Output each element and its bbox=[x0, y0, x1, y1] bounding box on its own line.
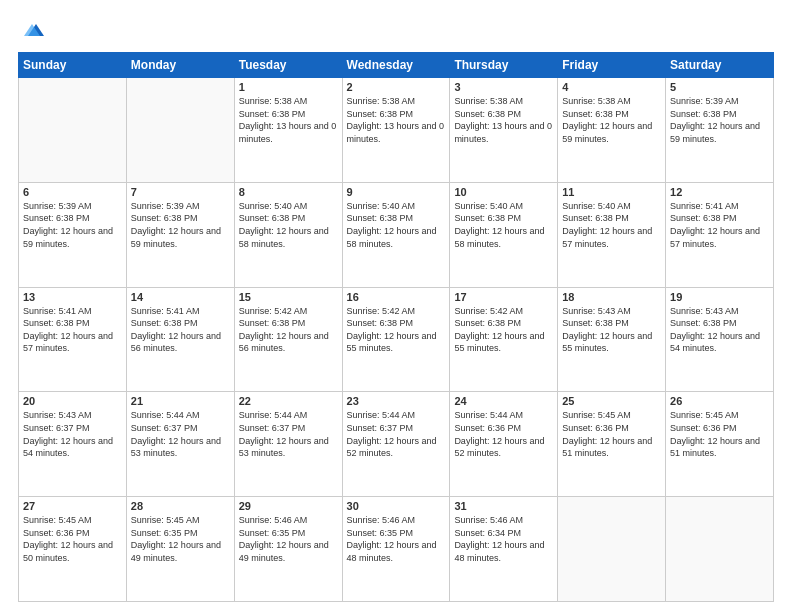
calendar-cell: 26Sunrise: 5:45 AMSunset: 6:36 PMDayligh… bbox=[666, 392, 774, 497]
calendar-week-row: 13Sunrise: 5:41 AMSunset: 6:38 PMDayligh… bbox=[19, 287, 774, 392]
day-info: Sunrise: 5:41 AMSunset: 6:38 PMDaylight:… bbox=[131, 305, 230, 355]
day-info: Sunrise: 5:45 AMSunset: 6:35 PMDaylight:… bbox=[131, 514, 230, 564]
day-info: Sunrise: 5:38 AMSunset: 6:38 PMDaylight:… bbox=[239, 95, 338, 145]
calendar-cell: 13Sunrise: 5:41 AMSunset: 6:38 PMDayligh… bbox=[19, 287, 127, 392]
calendar-cell: 9Sunrise: 5:40 AMSunset: 6:38 PMDaylight… bbox=[342, 182, 450, 287]
day-number: 27 bbox=[23, 500, 122, 512]
day-number: 6 bbox=[23, 186, 122, 198]
day-info: Sunrise: 5:38 AMSunset: 6:38 PMDaylight:… bbox=[562, 95, 661, 145]
calendar-cell: 23Sunrise: 5:44 AMSunset: 6:37 PMDayligh… bbox=[342, 392, 450, 497]
calendar-cell: 30Sunrise: 5:46 AMSunset: 6:35 PMDayligh… bbox=[342, 497, 450, 602]
calendar-cell: 7Sunrise: 5:39 AMSunset: 6:38 PMDaylight… bbox=[126, 182, 234, 287]
calendar-week-row: 20Sunrise: 5:43 AMSunset: 6:37 PMDayligh… bbox=[19, 392, 774, 497]
calendar-cell: 18Sunrise: 5:43 AMSunset: 6:38 PMDayligh… bbox=[558, 287, 666, 392]
day-info: Sunrise: 5:38 AMSunset: 6:38 PMDaylight:… bbox=[347, 95, 446, 145]
day-number: 15 bbox=[239, 291, 338, 303]
day-number: 5 bbox=[670, 81, 769, 93]
day-number: 23 bbox=[347, 395, 446, 407]
day-number: 25 bbox=[562, 395, 661, 407]
day-number: 13 bbox=[23, 291, 122, 303]
day-info: Sunrise: 5:46 AMSunset: 6:34 PMDaylight:… bbox=[454, 514, 553, 564]
calendar-cell: 12Sunrise: 5:41 AMSunset: 6:38 PMDayligh… bbox=[666, 182, 774, 287]
calendar-cell: 4Sunrise: 5:38 AMSunset: 6:38 PMDaylight… bbox=[558, 78, 666, 183]
day-info: Sunrise: 5:45 AMSunset: 6:36 PMDaylight:… bbox=[562, 409, 661, 459]
calendar-cell bbox=[666, 497, 774, 602]
day-number: 26 bbox=[670, 395, 769, 407]
day-number: 3 bbox=[454, 81, 553, 93]
day-number: 20 bbox=[23, 395, 122, 407]
day-number: 29 bbox=[239, 500, 338, 512]
logo bbox=[18, 18, 48, 42]
calendar-cell: 28Sunrise: 5:45 AMSunset: 6:35 PMDayligh… bbox=[126, 497, 234, 602]
day-info: Sunrise: 5:40 AMSunset: 6:38 PMDaylight:… bbox=[239, 200, 338, 250]
day-info: Sunrise: 5:40 AMSunset: 6:38 PMDaylight:… bbox=[562, 200, 661, 250]
calendar-cell: 17Sunrise: 5:42 AMSunset: 6:38 PMDayligh… bbox=[450, 287, 558, 392]
calendar-cell: 2Sunrise: 5:38 AMSunset: 6:38 PMDaylight… bbox=[342, 78, 450, 183]
day-info: Sunrise: 5:42 AMSunset: 6:38 PMDaylight:… bbox=[347, 305, 446, 355]
day-info: Sunrise: 5:42 AMSunset: 6:38 PMDaylight:… bbox=[239, 305, 338, 355]
day-number: 2 bbox=[347, 81, 446, 93]
logo-icon bbox=[24, 18, 48, 42]
calendar-cell: 3Sunrise: 5:38 AMSunset: 6:38 PMDaylight… bbox=[450, 78, 558, 183]
day-number: 30 bbox=[347, 500, 446, 512]
day-info: Sunrise: 5:44 AMSunset: 6:37 PMDaylight:… bbox=[131, 409, 230, 459]
day-info: Sunrise: 5:43 AMSunset: 6:37 PMDaylight:… bbox=[23, 409, 122, 459]
day-info: Sunrise: 5:41 AMSunset: 6:38 PMDaylight:… bbox=[23, 305, 122, 355]
day-info: Sunrise: 5:43 AMSunset: 6:38 PMDaylight:… bbox=[670, 305, 769, 355]
calendar-table: SundayMondayTuesdayWednesdayThursdayFrid… bbox=[18, 52, 774, 602]
calendar-cell: 11Sunrise: 5:40 AMSunset: 6:38 PMDayligh… bbox=[558, 182, 666, 287]
day-number: 4 bbox=[562, 81, 661, 93]
day-number: 11 bbox=[562, 186, 661, 198]
day-number: 10 bbox=[454, 186, 553, 198]
calendar-cell: 31Sunrise: 5:46 AMSunset: 6:34 PMDayligh… bbox=[450, 497, 558, 602]
day-info: Sunrise: 5:39 AMSunset: 6:38 PMDaylight:… bbox=[23, 200, 122, 250]
day-info: Sunrise: 5:39 AMSunset: 6:38 PMDaylight:… bbox=[131, 200, 230, 250]
calendar-cell bbox=[126, 78, 234, 183]
calendar-cell bbox=[558, 497, 666, 602]
calendar-cell bbox=[19, 78, 127, 183]
day-info: Sunrise: 5:46 AMSunset: 6:35 PMDaylight:… bbox=[239, 514, 338, 564]
day-number: 17 bbox=[454, 291, 553, 303]
day-info: Sunrise: 5:46 AMSunset: 6:35 PMDaylight:… bbox=[347, 514, 446, 564]
calendar-cell: 19Sunrise: 5:43 AMSunset: 6:38 PMDayligh… bbox=[666, 287, 774, 392]
calendar-week-row: 27Sunrise: 5:45 AMSunset: 6:36 PMDayligh… bbox=[19, 497, 774, 602]
day-number: 24 bbox=[454, 395, 553, 407]
calendar-cell: 25Sunrise: 5:45 AMSunset: 6:36 PMDayligh… bbox=[558, 392, 666, 497]
day-info: Sunrise: 5:41 AMSunset: 6:38 PMDaylight:… bbox=[670, 200, 769, 250]
day-number: 31 bbox=[454, 500, 553, 512]
calendar-cell: 29Sunrise: 5:46 AMSunset: 6:35 PMDayligh… bbox=[234, 497, 342, 602]
day-number: 21 bbox=[131, 395, 230, 407]
page: SundayMondayTuesdayWednesdayThursdayFrid… bbox=[0, 0, 792, 612]
day-number: 19 bbox=[670, 291, 769, 303]
day-number: 7 bbox=[131, 186, 230, 198]
day-number: 8 bbox=[239, 186, 338, 198]
calendar-cell: 10Sunrise: 5:40 AMSunset: 6:38 PMDayligh… bbox=[450, 182, 558, 287]
weekday-header-row: SundayMondayTuesdayWednesdayThursdayFrid… bbox=[19, 53, 774, 78]
header bbox=[18, 18, 774, 42]
day-number: 14 bbox=[131, 291, 230, 303]
day-number: 18 bbox=[562, 291, 661, 303]
weekday-header-thursday: Thursday bbox=[450, 53, 558, 78]
calendar-week-row: 6Sunrise: 5:39 AMSunset: 6:38 PMDaylight… bbox=[19, 182, 774, 287]
weekday-header-wednesday: Wednesday bbox=[342, 53, 450, 78]
calendar-cell: 6Sunrise: 5:39 AMSunset: 6:38 PMDaylight… bbox=[19, 182, 127, 287]
day-info: Sunrise: 5:45 AMSunset: 6:36 PMDaylight:… bbox=[670, 409, 769, 459]
day-info: Sunrise: 5:44 AMSunset: 6:36 PMDaylight:… bbox=[454, 409, 553, 459]
calendar-cell: 5Sunrise: 5:39 AMSunset: 6:38 PMDaylight… bbox=[666, 78, 774, 183]
day-info: Sunrise: 5:38 AMSunset: 6:38 PMDaylight:… bbox=[454, 95, 553, 145]
calendar-cell: 15Sunrise: 5:42 AMSunset: 6:38 PMDayligh… bbox=[234, 287, 342, 392]
day-info: Sunrise: 5:40 AMSunset: 6:38 PMDaylight:… bbox=[454, 200, 553, 250]
calendar-cell: 20Sunrise: 5:43 AMSunset: 6:37 PMDayligh… bbox=[19, 392, 127, 497]
day-info: Sunrise: 5:44 AMSunset: 6:37 PMDaylight:… bbox=[347, 409, 446, 459]
calendar-cell: 27Sunrise: 5:45 AMSunset: 6:36 PMDayligh… bbox=[19, 497, 127, 602]
day-number: 12 bbox=[670, 186, 769, 198]
calendar-cell: 24Sunrise: 5:44 AMSunset: 6:36 PMDayligh… bbox=[450, 392, 558, 497]
weekday-header-tuesday: Tuesday bbox=[234, 53, 342, 78]
calendar-week-row: 1Sunrise: 5:38 AMSunset: 6:38 PMDaylight… bbox=[19, 78, 774, 183]
calendar-cell: 14Sunrise: 5:41 AMSunset: 6:38 PMDayligh… bbox=[126, 287, 234, 392]
weekday-header-monday: Monday bbox=[126, 53, 234, 78]
weekday-header-saturday: Saturday bbox=[666, 53, 774, 78]
day-number: 28 bbox=[131, 500, 230, 512]
day-info: Sunrise: 5:43 AMSunset: 6:38 PMDaylight:… bbox=[562, 305, 661, 355]
day-info: Sunrise: 5:42 AMSunset: 6:38 PMDaylight:… bbox=[454, 305, 553, 355]
